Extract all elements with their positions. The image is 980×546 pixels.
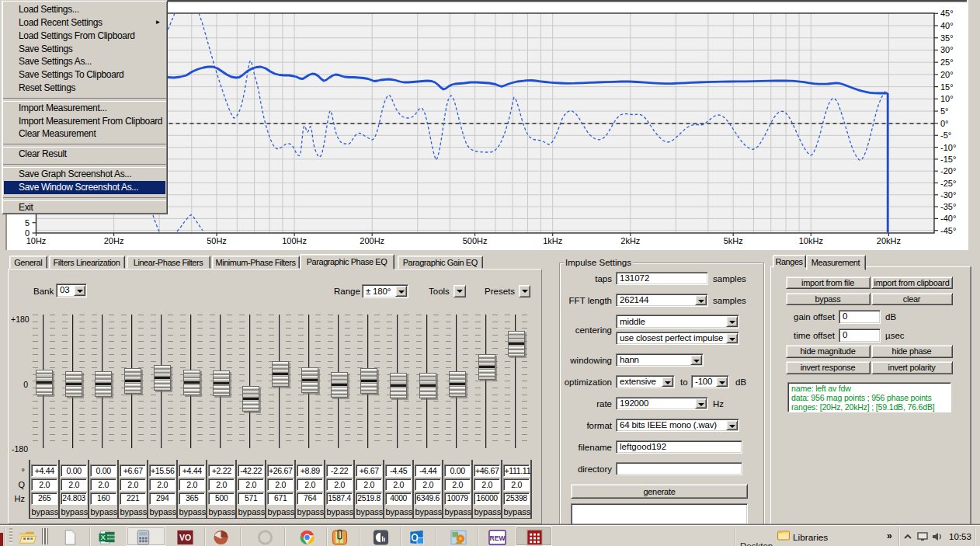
svg-text:-15°: -15° <box>940 155 956 164</box>
svg-text:-20°: -20° <box>940 166 956 176</box>
svg-text:1kHz: 1kHz <box>543 236 562 245</box>
svg-text:-5°: -5° <box>940 130 951 140</box>
svg-text:VO: VO <box>179 533 190 542</box>
svg-text:100Hz: 100Hz <box>282 236 307 245</box>
svg-text:200Hz: 200Hz <box>360 236 384 245</box>
svg-text:30°: 30° <box>940 45 954 54</box>
svg-text:10Hz: 10Hz <box>26 236 47 245</box>
svg-text:-10°: -10° <box>940 143 956 152</box>
svg-text:20°: 20° <box>940 70 954 79</box>
svg-text:-30°: -30° <box>940 190 956 200</box>
svg-text:20kHz: 20kHz <box>877 236 901 245</box>
svg-text:20Hz: 20Hz <box>104 236 124 245</box>
svg-text:-45°: -45° <box>940 226 956 235</box>
svg-text:5°: 5° <box>940 106 949 116</box>
svg-text:REW: REW <box>489 534 506 542</box>
svg-text:-35°: -35° <box>940 202 956 211</box>
svg-text:500Hz: 500Hz <box>463 236 488 245</box>
svg-text:X: X <box>100 533 106 541</box>
svg-text:10°: 10° <box>940 94 954 103</box>
svg-text:5kHz: 5kHz <box>724 236 743 245</box>
svg-text:35°: 35° <box>940 33 954 43</box>
svg-text:50Hz: 50Hz <box>207 236 227 245</box>
svg-text:-40°: -40° <box>940 214 956 223</box>
svg-text:2kHz: 2kHz <box>620 236 640 245</box>
svg-text:10kHz: 10kHz <box>799 236 823 245</box>
svg-text:15°: 15° <box>940 82 954 92</box>
svg-text:25°: 25° <box>940 57 954 67</box>
svg-text:5: 5 <box>25 218 30 228</box>
svg-text:0°: 0° <box>940 119 949 128</box>
svg-text:-25°: -25° <box>940 179 956 188</box>
svg-text:45°: 45° <box>940 9 954 18</box>
svg-text:40°: 40° <box>940 21 954 30</box>
